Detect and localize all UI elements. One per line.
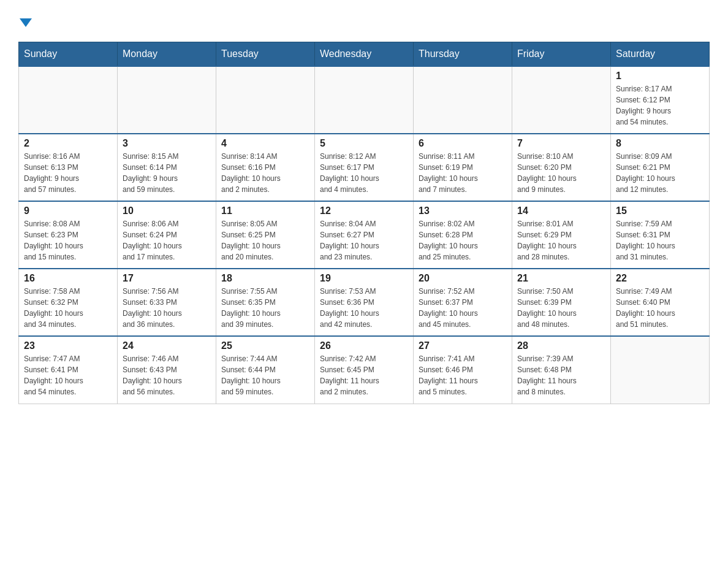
calendar-week-row: 23Sunrise: 7:47 AMSunset: 6:41 PMDayligh… — [19, 336, 710, 404]
day-number: 9 — [24, 205, 112, 216]
calendar-header-row: Sunday Monday Tuesday Wednesday Thursday… — [19, 42, 710, 67]
calendar-cell — [19, 66, 118, 134]
header-friday: Friday — [512, 42, 611, 67]
calendar-cell: 5Sunrise: 8:12 AMSunset: 6:17 PMDaylight… — [315, 134, 414, 201]
day-info: Sunrise: 7:55 AMSunset: 6:35 PMDaylight:… — [221, 286, 309, 330]
calendar-cell: 23Sunrise: 7:47 AMSunset: 6:41 PMDayligh… — [19, 336, 118, 404]
logo-arrow-icon — [20, 18, 32, 27]
calendar-cell — [216, 66, 315, 134]
day-info: Sunrise: 7:56 AMSunset: 6:33 PMDaylight:… — [123, 286, 211, 330]
calendar-week-row: 1Sunrise: 8:17 AMSunset: 6:12 PMDaylight… — [19, 66, 710, 134]
day-number: 4 — [221, 138, 309, 149]
day-info: Sunrise: 7:46 AMSunset: 6:43 PMDaylight:… — [123, 353, 211, 397]
day-number: 26 — [320, 340, 408, 351]
day-number: 24 — [123, 340, 211, 351]
day-info: Sunrise: 7:50 AMSunset: 6:39 PMDaylight:… — [517, 286, 605, 330]
day-info: Sunrise: 8:04 AMSunset: 6:27 PMDaylight:… — [320, 218, 408, 262]
calendar-cell: 14Sunrise: 8:01 AMSunset: 6:29 PMDayligh… — [512, 201, 611, 269]
calendar-cell: 24Sunrise: 7:46 AMSunset: 6:43 PMDayligh… — [118, 336, 216, 404]
day-number: 20 — [419, 273, 507, 284]
day-number: 2 — [24, 138, 112, 149]
day-number: 12 — [320, 205, 408, 216]
day-info: Sunrise: 7:59 AMSunset: 6:31 PMDaylight:… — [616, 218, 704, 262]
calendar-cell: 16Sunrise: 7:58 AMSunset: 6:32 PMDayligh… — [19, 269, 118, 336]
calendar-cell: 22Sunrise: 7:49 AMSunset: 6:40 PMDayligh… — [611, 269, 710, 336]
calendar-week-row: 9Sunrise: 8:08 AMSunset: 6:23 PMDaylight… — [19, 201, 710, 269]
day-info: Sunrise: 8:10 AMSunset: 6:20 PMDaylight:… — [517, 151, 605, 195]
day-info: Sunrise: 8:05 AMSunset: 6:25 PMDaylight:… — [221, 218, 309, 262]
calendar-cell: 21Sunrise: 7:50 AMSunset: 6:39 PMDayligh… — [512, 269, 611, 336]
calendar-cell: 12Sunrise: 8:04 AMSunset: 6:27 PMDayligh… — [315, 201, 414, 269]
day-info: Sunrise: 7:39 AMSunset: 6:48 PMDaylight:… — [517, 353, 605, 397]
day-info: Sunrise: 8:14 AMSunset: 6:16 PMDaylight:… — [221, 151, 309, 195]
day-number: 14 — [517, 205, 605, 216]
day-number: 28 — [517, 340, 605, 351]
logo-text — [18, 12, 32, 29]
day-number: 11 — [221, 205, 309, 216]
day-info: Sunrise: 8:11 AMSunset: 6:19 PMDaylight:… — [419, 151, 507, 195]
calendar-cell: 6Sunrise: 8:11 AMSunset: 6:19 PMDaylight… — [414, 134, 512, 201]
header-saturday: Saturday — [611, 42, 710, 67]
day-info: Sunrise: 7:49 AMSunset: 6:40 PMDaylight:… — [616, 286, 704, 330]
day-number: 7 — [517, 138, 605, 149]
day-number: 6 — [419, 138, 507, 149]
day-info: Sunrise: 8:16 AMSunset: 6:13 PMDaylight:… — [24, 151, 112, 195]
calendar-cell: 26Sunrise: 7:42 AMSunset: 6:45 PMDayligh… — [315, 336, 414, 404]
day-number: 1 — [616, 71, 704, 82]
day-number: 27 — [419, 340, 507, 351]
day-number: 19 — [320, 273, 408, 284]
calendar-week-row: 16Sunrise: 7:58 AMSunset: 6:32 PMDayligh… — [19, 269, 710, 336]
header-thursday: Thursday — [414, 42, 512, 67]
calendar-cell: 2Sunrise: 8:16 AMSunset: 6:13 PMDaylight… — [19, 134, 118, 201]
header-tuesday: Tuesday — [216, 42, 315, 67]
calendar-cell: 10Sunrise: 8:06 AMSunset: 6:24 PMDayligh… — [118, 201, 216, 269]
day-info: Sunrise: 8:12 AMSunset: 6:17 PMDaylight:… — [320, 151, 408, 195]
calendar-cell: 9Sunrise: 8:08 AMSunset: 6:23 PMDaylight… — [19, 201, 118, 269]
calendar-cell: 4Sunrise: 8:14 AMSunset: 6:16 PMDaylight… — [216, 134, 315, 201]
day-number: 5 — [320, 138, 408, 149]
day-number: 16 — [24, 273, 112, 284]
day-info: Sunrise: 8:17 AMSunset: 6:12 PMDaylight:… — [616, 83, 704, 128]
day-info: Sunrise: 7:53 AMSunset: 6:36 PMDaylight:… — [320, 286, 408, 330]
calendar-cell: 28Sunrise: 7:39 AMSunset: 6:48 PMDayligh… — [512, 336, 611, 404]
day-info: Sunrise: 8:08 AMSunset: 6:23 PMDaylight:… — [24, 218, 112, 262]
day-info: Sunrise: 8:02 AMSunset: 6:28 PMDaylight:… — [419, 218, 507, 262]
header-sunday: Sunday — [19, 42, 118, 67]
day-number: 3 — [123, 138, 211, 149]
day-number: 22 — [616, 273, 704, 284]
day-number: 18 — [221, 273, 309, 284]
header-monday: Monday — [118, 42, 216, 67]
day-info: Sunrise: 7:47 AMSunset: 6:41 PMDaylight:… — [24, 353, 112, 397]
calendar-cell — [118, 66, 216, 134]
day-number: 8 — [616, 138, 704, 149]
calendar-cell: 17Sunrise: 7:56 AMSunset: 6:33 PMDayligh… — [118, 269, 216, 336]
calendar-table: Sunday Monday Tuesday Wednesday Thursday… — [18, 42, 710, 404]
calendar-cell: 27Sunrise: 7:41 AMSunset: 6:46 PMDayligh… — [414, 336, 512, 404]
calendar-cell: 19Sunrise: 7:53 AMSunset: 6:36 PMDayligh… — [315, 269, 414, 336]
day-info: Sunrise: 7:41 AMSunset: 6:46 PMDaylight:… — [419, 353, 507, 397]
day-info: Sunrise: 8:01 AMSunset: 6:29 PMDaylight:… — [517, 218, 605, 262]
calendar-cell: 1Sunrise: 8:17 AMSunset: 6:12 PMDaylight… — [611, 66, 710, 134]
day-info: Sunrise: 8:06 AMSunset: 6:24 PMDaylight:… — [123, 218, 211, 262]
day-number: 10 — [123, 205, 211, 216]
day-number: 25 — [221, 340, 309, 351]
calendar-cell: 15Sunrise: 7:59 AMSunset: 6:31 PMDayligh… — [611, 201, 710, 269]
day-info: Sunrise: 7:42 AMSunset: 6:45 PMDaylight:… — [320, 353, 408, 397]
day-info: Sunrise: 7:52 AMSunset: 6:37 PMDaylight:… — [419, 286, 507, 330]
day-number: 13 — [419, 205, 507, 216]
calendar-cell: 18Sunrise: 7:55 AMSunset: 6:35 PMDayligh… — [216, 269, 315, 336]
calendar-cell: 8Sunrise: 8:09 AMSunset: 6:21 PMDaylight… — [611, 134, 710, 201]
calendar-cell: 11Sunrise: 8:05 AMSunset: 6:25 PMDayligh… — [216, 201, 315, 269]
page-header — [18, 12, 710, 29]
calendar-cell — [315, 66, 414, 134]
day-number: 15 — [616, 205, 704, 216]
calendar-cell — [414, 66, 512, 134]
calendar-cell: 20Sunrise: 7:52 AMSunset: 6:37 PMDayligh… — [414, 269, 512, 336]
calendar-cell — [611, 336, 710, 404]
day-info: Sunrise: 7:58 AMSunset: 6:32 PMDaylight:… — [24, 286, 112, 330]
calendar-cell: 25Sunrise: 7:44 AMSunset: 6:44 PMDayligh… — [216, 336, 315, 404]
calendar-cell: 13Sunrise: 8:02 AMSunset: 6:28 PMDayligh… — [414, 201, 512, 269]
header-wednesday: Wednesday — [315, 42, 414, 67]
day-info: Sunrise: 8:15 AMSunset: 6:14 PMDaylight:… — [123, 151, 211, 195]
day-number: 23 — [24, 340, 112, 351]
